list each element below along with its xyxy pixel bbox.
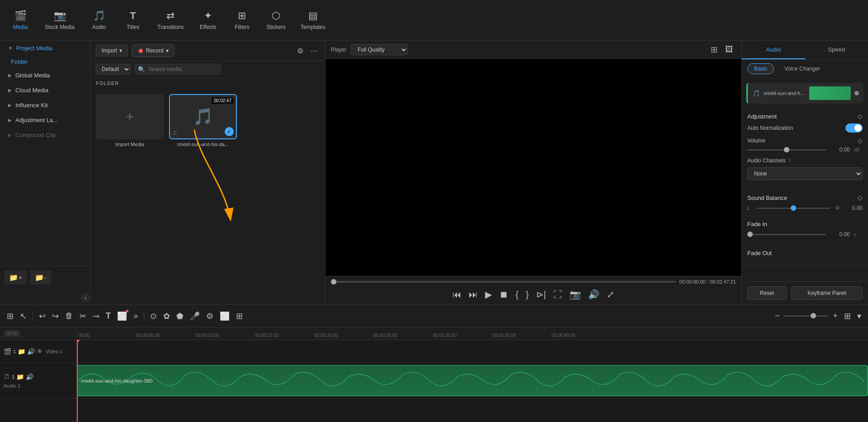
subtitle-button[interactable]: ⬜	[217, 309, 232, 323]
audio-media-thumb[interactable]: 🎵 00:02:47 ✓ ♫	[169, 94, 237, 139]
timeline-ruler[interactable]: 00:00 00:00:05:00 00:00:10:00 00:00:15:0…	[77, 327, 868, 340]
sort-select[interactable]: Default	[96, 64, 131, 75]
video-folder-icon[interactable]: 📁	[18, 348, 25, 355]
subtab-voice-changer[interactable]: Voice Changer	[778, 63, 827, 74]
stop-button[interactable]: ⏹	[497, 288, 510, 302]
split-button[interactable]: ⊸	[90, 309, 102, 323]
adjustment-diamond-button[interactable]: ◇	[858, 113, 863, 120]
keyframe-label: Keyframe Panel	[807, 290, 846, 296]
toolbar-item-titles[interactable]: T Titles	[117, 6, 149, 34]
reset-button[interactable]: Reset	[747, 286, 787, 300]
brush-button[interactable]: ✿	[161, 309, 172, 323]
import-button[interactable]: Import ▾	[96, 45, 128, 57]
tab-speed[interactable]: Speed	[805, 41, 868, 59]
mark-out-button[interactable]: }	[524, 288, 531, 302]
settings-button[interactable]: ▾	[855, 309, 863, 323]
volume-button[interactable]: 🔊	[586, 287, 601, 302]
sidebar-folder[interactable]: Folder	[0, 56, 90, 68]
player-panel: Player Full Quality High Quality Medium …	[326, 41, 741, 304]
tab-audio[interactable]: Audio	[742, 41, 805, 59]
delete-button[interactable]: 🗑	[63, 309, 75, 323]
audio-channels-select[interactable]: None Mono Stereo	[747, 167, 863, 180]
toolbar-item-filters[interactable]: ⊞ Filters	[226, 6, 258, 34]
scene-button[interactable]: ⊞	[5, 309, 16, 323]
media-item-mixkit[interactable]: 🎵 00:02:47 ✓ ♫ mixkit-sun-and-his-da...	[169, 94, 237, 147]
select-button[interactable]: ↖	[18, 309, 29, 323]
audio-mute-icon[interactable]: 🔊	[26, 373, 33, 380]
toggle-slider	[845, 123, 863, 133]
grid-layout-button[interactable]: ⊞	[842, 309, 853, 323]
import-media-thumb[interactable]: +	[96, 94, 164, 139]
grid-view-button[interactable]: ⊞	[708, 43, 720, 56]
auto-normalization-row: Auto Normalization	[747, 123, 863, 133]
zoom-in-button[interactable]: +	[830, 309, 840, 323]
undo-button[interactable]: ↩	[37, 309, 48, 323]
fullscreen-button[interactable]: ⛶	[552, 288, 564, 302]
toolbar-divider-2	[144, 311, 144, 322]
filter-button[interactable]: ⚙	[295, 45, 305, 57]
video-eye-icon[interactable]: 👁	[37, 348, 43, 355]
toolbar-item-effects[interactable]: ✦ Effects	[192, 6, 224, 34]
play-button[interactable]: ▶	[483, 287, 494, 302]
volume-diamond-button[interactable]: ◇	[858, 137, 863, 144]
audio-channels-section: Audio Channels ? None Mono Stereo	[747, 157, 863, 180]
zoom-out-button[interactable]: −	[773, 309, 782, 323]
record-button[interactable]: ⏺ Record ▾	[132, 44, 175, 57]
timeline-settings-button[interactable]: ⚙	[204, 309, 216, 323]
toolbar-item-transitions[interactable]: ⇄ Transitions	[151, 6, 190, 34]
step-back-button[interactable]: ⏭	[467, 288, 480, 302]
image-view-button[interactable]: 🖼	[722, 43, 736, 56]
ripple-button[interactable]: ⊙	[148, 309, 159, 323]
zoom-thumb	[811, 313, 816, 318]
sidebar-section-influence-kit[interactable]: ▶ Influence Kit	[3, 98, 87, 112]
media-item-import[interactable]: + Import Media	[96, 94, 164, 147]
audio-clip[interactable]: mixkit-sun-and-his-daughter-580	[77, 365, 868, 396]
ruler-label-10: 00:00:10:00	[196, 333, 220, 338]
audio-file-icon: 🎵	[752, 90, 760, 97]
progress-track[interactable]	[331, 281, 676, 283]
text-button[interactable]: T	[104, 309, 113, 323]
more-options-button[interactable]: ⋯	[309, 45, 320, 57]
sidebar-collapse-btn[interactable]: ‹	[81, 294, 90, 303]
sidebar-section-project-media[interactable]: ▼ Project Media	[3, 41, 87, 55]
sidebar-section-cloud-media[interactable]: ▶ Cloud Media	[3, 83, 87, 97]
sidebar-section-adjustment[interactable]: ▶ Adjustment La...	[3, 113, 87, 127]
zoom-track[interactable]	[783, 315, 829, 317]
auto-normalization-toggle[interactable]	[845, 123, 863, 133]
music-icon: 🎵	[193, 107, 213, 126]
keyframe-panel-button[interactable]: Keyframe Panel	[791, 286, 863, 300]
crop-button[interactable]: ⬜	[115, 309, 129, 323]
expand-button[interactable]: ⤢	[605, 287, 616, 302]
audio-folder-icon[interactable]: 📁	[16, 373, 24, 380]
sidebar-section-global-media[interactable]: ▶ Global Media	[3, 68, 87, 82]
more-tools-button[interactable]: »	[131, 309, 140, 323]
sound-balance-slider[interactable]	[757, 208, 830, 209]
quality-select[interactable]: Full Quality High Quality Medium Quality…	[351, 44, 408, 55]
redo-button[interactable]: ↪	[50, 309, 61, 323]
delete-folder-button[interactable]: 📁-	[30, 270, 51, 284]
mark-in-button[interactable]: {	[514, 288, 520, 302]
sound-balance-diamond-button[interactable]: ◇	[858, 194, 863, 201]
toolbar-item-stock[interactable]: 📷 Stock Media	[38, 6, 81, 34]
playhead[interactable]	[77, 340, 78, 422]
search-input[interactable]	[134, 64, 221, 75]
fade-in-slider[interactable]	[747, 234, 826, 235]
toolbar-item-audio[interactable]: 🎵 Audio	[83, 6, 115, 34]
screenshot-button[interactable]: 📷	[568, 287, 583, 302]
cut-button[interactable]: ✂	[77, 309, 89, 323]
sidebar-section-compound[interactable]: ▶ Compound Clip	[3, 128, 87, 142]
video-mute-icon[interactable]: 🔊	[27, 348, 35, 355]
insert-button[interactable]: ⊳|	[534, 287, 548, 302]
toolbar-item-templates[interactable]: ▤ Templates	[294, 6, 332, 34]
subtab-basic[interactable]: Basic	[747, 63, 774, 74]
toolbar-item-stickers[interactable]: ⬡ Stickers	[260, 6, 292, 34]
insert-frame-button[interactable]: ⊞	[234, 309, 245, 323]
mask-button[interactable]: ⬟	[174, 309, 186, 323]
video-lock-icon[interactable]: 🎬	[4, 348, 11, 355]
toolbar-item-media[interactable]: 🎬 Media	[5, 6, 36, 34]
mic-button[interactable]: 🎤	[188, 309, 202, 323]
rewind-button[interactable]: ⏮	[451, 288, 463, 302]
new-folder-button[interactable]: 📁+	[5, 270, 27, 284]
volume-slider[interactable]	[747, 149, 826, 151]
audio-channels-help-icon[interactable]: ?	[788, 158, 791, 163]
